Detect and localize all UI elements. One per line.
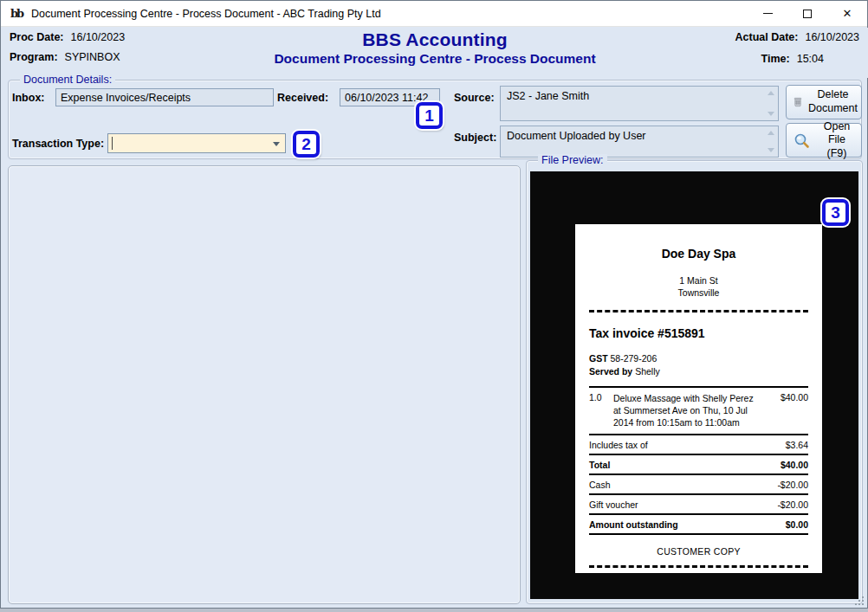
subject-label: Subject: [454,132,496,144]
receipt-footer: CUSTOMER COPY [589,546,808,557]
proc-date-value: 16/10/2023 [71,31,126,43]
actual-date-row: Actual Date: 16/10/2023 [735,31,860,43]
total-amount: -$20.00 [777,499,808,510]
time-value: 15:04 [797,53,824,65]
receipt-store-name: Doe Day Spa [589,247,808,261]
bbs-logo-icon: bb [9,6,24,22]
source-field[interactable]: JS2 - Jane Smith [500,86,779,121]
document-details-group-label: Document Details: [20,74,115,86]
total-amount: $0.00 [786,519,808,530]
received-label: Received: [277,92,328,104]
receipt-line-item: 1.0 Deluxe Massage with Shelly Perez at … [589,386,808,436]
subject-value: Document Uploaded by User [507,130,761,142]
document-content-panel [8,165,521,604]
maximize-icon [803,10,812,18]
transaction-type-label: Transaction Type: [12,138,104,150]
minimize-icon [763,13,773,14]
open-file-button[interactable]: Open File(F9) [786,123,862,158]
receipt-total-row: Includes tax of $3.64 [589,435,808,455]
receipt-total-row: Total $40.00 [589,455,808,475]
total-label: Gift voucher [589,499,638,510]
title-bar: bb Document Processing Centre - Process … [1,1,867,27]
program-value: SYPINBOX [65,51,120,63]
trash-icon [794,93,802,111]
source-label: Source: [454,92,495,104]
minimize-button[interactable] [748,1,787,27]
receipt-served-line: Served by Shelly [589,365,808,378]
document-details-group: Document Details: Inbox: Received: Sourc… [8,80,862,159]
receipt-total-row: Cash -$20.00 [589,475,808,495]
delete-document-label: DeleteDocument [808,88,861,115]
total-label: Cash [589,480,611,490]
chevron-up-icon[interactable] [768,131,774,135]
actual-date-value: 16/10/2023 [805,31,859,43]
app-window: bb Document Processing Centre - Process … [0,0,868,609]
chevron-down-icon[interactable] [768,148,774,152]
receipt-divider [589,565,808,568]
subject-field[interactable]: Document Uploaded by User [500,126,779,158]
program-label: Program: [10,51,58,63]
receipt-total-row: Amount outstanding $0.00 [589,515,808,535]
window-title: Document Processing Centre - Process Doc… [31,8,381,20]
chevron-down-icon[interactable] [273,142,280,146]
item-amount: $40.00 [768,392,808,429]
text-caret [112,137,113,150]
file-preview-group-label: File Preview: [538,154,607,166]
time-row: Time: 15:04 [761,53,824,65]
file-preview-group: File Preview: Doe Day Spa 1 Main St Town… [526,160,863,604]
magnifier-icon [794,132,810,149]
subject-scrollbar[interactable] [764,127,777,156]
chevron-down-icon[interactable] [768,112,774,116]
maximize-button[interactable] [787,1,827,27]
close-icon: ✕ [843,8,852,19]
total-label: Amount outstanding [589,519,678,530]
actual-date-label: Actual Date: [735,31,799,43]
desktop-edge [0,609,868,612]
file-preview-canvas: Doe Day Spa 1 Main St Townsville Tax inv… [530,171,858,599]
total-amount: $3.64 [786,440,808,450]
annotation-badge-1: 1 [416,102,443,129]
receipt-preview: Doe Day Spa 1 Main St Townsville Tax inv… [575,224,822,573]
item-qty: 1.0 [589,392,613,429]
resize-grip[interactable] [862,603,864,605]
program-row: Program: SYPINBOX [10,51,120,63]
proc-date-label: Proc Date: [10,31,64,43]
receipt-address-line1: 1 Main St [589,274,808,287]
annotation-badge-3: 3 [822,199,849,226]
close-button[interactable]: ✕ [827,1,867,27]
receipt-divider [589,310,808,312]
source-scrollbar[interactable] [764,87,777,119]
total-amount: $40.00 [781,460,808,470]
proc-date-row: Proc Date: 16/10/2023 [10,31,125,43]
annotation-badge-2: 2 [293,131,320,158]
open-file-label: Open File(F9) [816,120,861,161]
chevron-up-icon[interactable] [768,91,774,95]
receipt-total-row: Gift voucher -$20.00 [589,495,808,515]
item-description: Deluxe Massage with Shelly Perez at Summ… [613,392,768,429]
inbox-field[interactable] [55,88,274,106]
receipt-gst-line: GST 58-279-206 [589,352,808,365]
total-amount: -$20.00 [777,480,808,490]
delete-document-button[interactable]: DeleteDocument [786,85,862,119]
time-label: Time: [761,53,790,65]
transaction-type-combobox[interactable] [107,133,286,153]
total-label: Includes tax of [589,440,648,450]
total-label: Total [589,460,610,470]
receipt-meta: GST 58-279-206 Served by Shelly [589,352,808,377]
source-value: JS2 - Jane Smith [507,90,761,102]
receipt-address: 1 Main St Townsville [589,274,808,299]
header: Proc Date: 16/10/2023 Program: SYPINBOX … [2,28,868,78]
inbox-label: Inbox: [12,92,45,104]
screen-title: Document Processing Centre - Process Doc… [2,51,868,67]
receipt-invoice-title: Tax invoice #515891 [589,326,808,340]
receipt-address-line2: Townsville [589,287,808,299]
